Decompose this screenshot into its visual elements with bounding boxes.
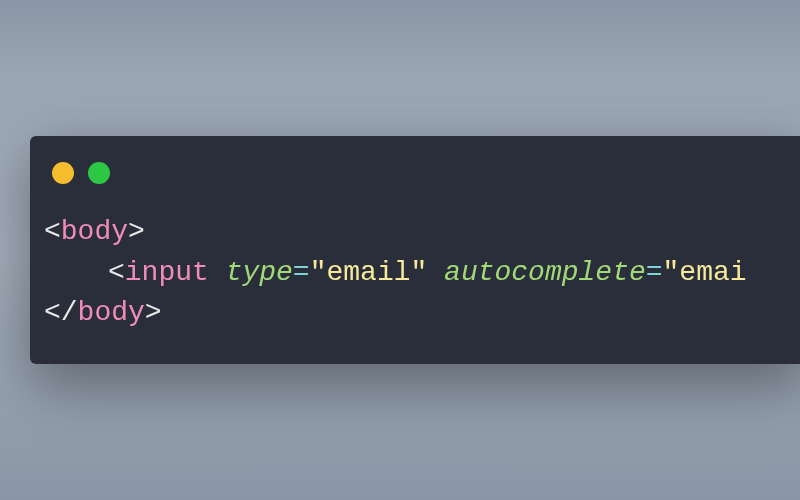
bracket: < bbox=[44, 216, 61, 247]
string-value: "emai bbox=[663, 257, 747, 288]
equals: = bbox=[646, 257, 663, 288]
minimize-icon[interactable] bbox=[52, 162, 74, 184]
bracket: > bbox=[145, 297, 162, 328]
string-value: "email" bbox=[310, 257, 428, 288]
bracket: > bbox=[128, 216, 145, 247]
maximize-icon[interactable] bbox=[88, 162, 110, 184]
tag-name: body bbox=[78, 297, 145, 328]
attribute-name: autocomplete bbox=[444, 257, 646, 288]
code-content[interactable]: <body> <input type="email" autocomplete=… bbox=[30, 194, 800, 364]
bracket: </ bbox=[44, 297, 78, 328]
equals: = bbox=[293, 257, 310, 288]
bracket: < bbox=[108, 257, 125, 288]
code-editor-window: <body> <input type="email" autocomplete=… bbox=[30, 136, 800, 364]
attribute-name: type bbox=[226, 257, 293, 288]
tag-name: input bbox=[125, 257, 209, 288]
window-controls bbox=[30, 136, 800, 194]
tag-name: body bbox=[61, 216, 128, 247]
